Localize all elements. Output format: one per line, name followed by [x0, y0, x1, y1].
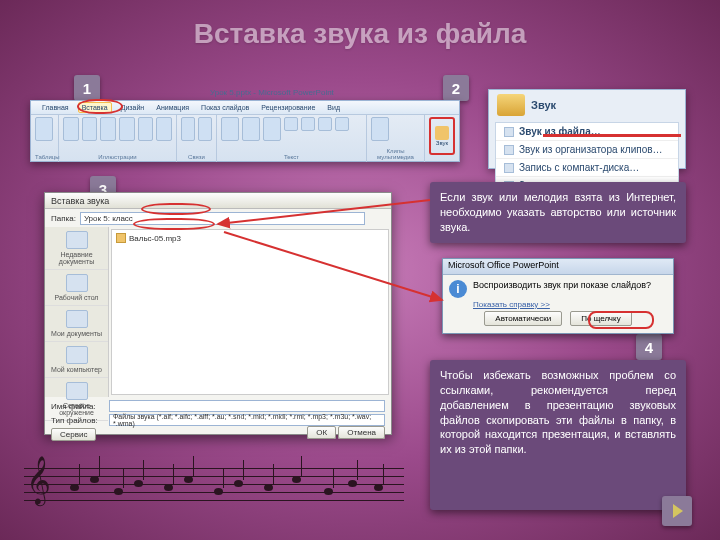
shapes-icon[interactable] — [119, 117, 135, 141]
tab-animation[interactable]: Анимация — [153, 103, 192, 112]
step-badge-2: 2 — [443, 75, 469, 101]
auto-button[interactable]: Автоматически — [484, 311, 562, 326]
tab-slideshow[interactable]: Показ слайдов — [198, 103, 252, 112]
filename-field[interactable] — [109, 400, 385, 412]
treble-clef-icon: 𝄞 — [26, 456, 51, 504]
ok-button[interactable]: ОК — [307, 426, 336, 439]
ribbon-group-tables: Таблицы — [31, 115, 59, 162]
ribbon-group-links: Связи — [177, 115, 217, 162]
date-icon[interactable] — [284, 117, 298, 131]
sidebar-recent[interactable]: Недавние документы — [45, 227, 108, 270]
filename-label: Имя файла: — [51, 402, 105, 411]
tab-view[interactable]: Вид — [324, 103, 343, 112]
sound-dropdown: Звук Звук из файла… Звук из организатора… — [488, 89, 686, 169]
cancel-button[interactable]: Отмена — [338, 426, 385, 439]
sidebar-documents[interactable]: Мои документы — [45, 306, 108, 342]
symbol-icon[interactable] — [318, 117, 332, 131]
folder-icon — [66, 231, 88, 249]
movie-icon[interactable] — [371, 117, 389, 141]
wordart-icon[interactable] — [263, 117, 281, 141]
music-staff-decoration: 𝄞 — [24, 454, 404, 516]
places-sidebar: Недавние документы Рабочий стол Мои доку… — [45, 227, 109, 397]
table-icon[interactable] — [35, 117, 53, 141]
show-help-link[interactable]: Показать справку >> — [443, 300, 673, 309]
ribbon-tabs: Главная Вставка Дизайн Анимация Показ сл… — [31, 101, 459, 115]
slide-title: Вставка звука из файла — [0, 0, 720, 50]
documents-icon — [66, 310, 88, 328]
speaker-icon — [497, 94, 525, 116]
step-badge-4: 4 — [636, 334, 662, 360]
play-icon — [673, 504, 683, 518]
desktop-icon — [66, 274, 88, 292]
filetype-combo[interactable]: Файлы звука (*.aif; *.aifc; *.aiff; *.au… — [109, 414, 385, 426]
audio-icon — [116, 233, 126, 243]
slidenum-icon[interactable] — [301, 117, 315, 131]
info-icon: i — [449, 280, 467, 298]
file-icon — [504, 127, 514, 137]
callout-copy-files: Чтобы избежать возможных проблем со ссыл… — [430, 360, 686, 510]
list-item[interactable]: Вальс-05.mp3 — [116, 232, 384, 244]
computer-icon — [66, 346, 88, 364]
menu-sound-from-clip[interactable]: Звук из организатора клипов… — [496, 141, 678, 159]
smartart-icon[interactable] — [138, 117, 154, 141]
lookin-combo[interactable]: Урок 5: класс — [80, 212, 365, 225]
chart-icon[interactable] — [156, 117, 172, 141]
menu-sound-from-file[interactable]: Звук из файла… — [496, 123, 678, 141]
tab-home[interactable]: Главная — [39, 103, 72, 112]
step-badge-1: 1 — [74, 75, 100, 101]
hyperlink-icon[interactable] — [181, 117, 195, 141]
filetype-label: Тип файлов: — [51, 416, 105, 425]
msgbox-title: Microsoft Office PowerPoint — [443, 259, 673, 275]
picture-icon[interactable] — [63, 117, 79, 141]
ribbon-group-illustrations: Иллюстрации — [59, 115, 177, 162]
menu-sound-from-cd[interactable]: Запись с компакт-диска… — [496, 159, 678, 177]
callout-attribution: Если звук или мелодия взята из Интернет,… — [430, 182, 686, 243]
play-sound-prompt: Microsoft Office PowerPoint i Воспроизво… — [442, 258, 674, 334]
tab-design[interactable]: Дизайн — [118, 103, 148, 112]
next-slide-button[interactable] — [662, 496, 692, 526]
tab-review[interactable]: Рецензирование — [258, 103, 318, 112]
sidebar-desktop[interactable]: Рабочий стол — [45, 270, 108, 306]
msgbox-text: Воспроизводить звук при показе слайдов? — [473, 280, 651, 290]
network-icon — [66, 382, 88, 400]
sound-button[interactable]: Звук — [429, 117, 455, 155]
highlight-sound-from-file — [543, 134, 681, 137]
ribbon: Главная Вставка Дизайн Анимация Показ сл… — [30, 100, 460, 162]
photoalbum-icon[interactable] — [100, 117, 116, 141]
insert-sound-dialog: Вставка звука Папка: Урок 5: класс Недав… — [44, 192, 392, 435]
lookin-label: Папка: — [51, 214, 76, 223]
tab-insert[interactable]: Вставка — [78, 102, 112, 113]
window-title: Урок 5.pptx - Microsoft PowerPoint — [210, 88, 334, 97]
action-icon[interactable] — [198, 117, 212, 141]
file-list[interactable]: Вальс-05.mp3 — [111, 229, 389, 395]
textbox-icon[interactable] — [221, 117, 239, 141]
cd-icon — [504, 163, 514, 173]
ribbon-group-media: Клипы мультимедиа — [367, 115, 425, 162]
clip-icon — [504, 145, 514, 155]
dialog-titlebar: Вставка звука — [45, 193, 391, 209]
clip-icon[interactable] — [82, 117, 98, 141]
headerfooter-icon[interactable] — [242, 117, 260, 141]
sound-dropdown-label: Звук — [531, 99, 556, 111]
ribbon-group-text: Текст — [217, 115, 367, 162]
onclick-button[interactable]: По щелчку — [570, 311, 631, 326]
object-icon[interactable] — [335, 117, 349, 131]
tools-button[interactable]: Сервис — [51, 428, 96, 441]
speaker-icon — [435, 126, 449, 140]
sidebar-computer[interactable]: Мой компьютер — [45, 342, 108, 378]
